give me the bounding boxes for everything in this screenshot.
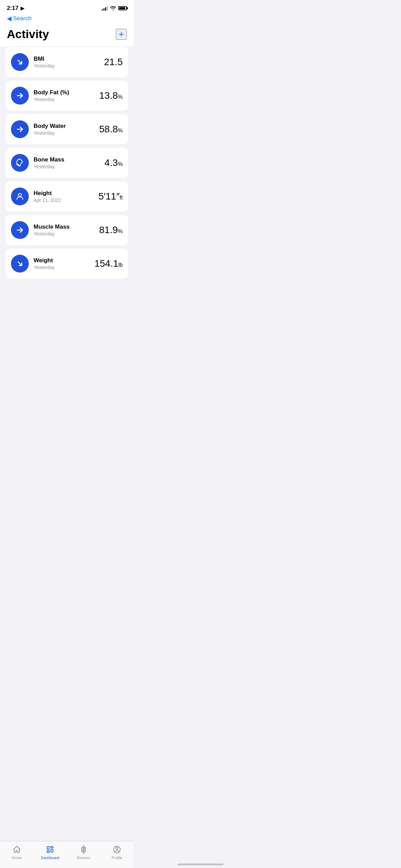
status-bar: 2:17 ▶ [0,0,134,14]
item-label: Height [34,190,98,197]
page-header: Activity + [0,25,134,46]
item-unit: lb [119,262,123,268]
content-area: BMI Yesterday 21.5 Body Fat (%) Yesterda… [0,47,134,316]
item-value: 81.9% [99,225,123,236]
item-unit: % [118,128,123,133]
item-info-body-fat: Body Fat (%) Yesterday [34,89,99,102]
item-label: Weight [34,257,94,264]
list-item[interactable]: Bone Mass Yesterday 4.3% [5,148,128,178]
svg-line-6 [18,262,22,266]
item-value: 154.1lb [94,258,123,269]
item-unit: % [118,94,123,100]
location-icon: ▶ [21,5,24,11]
item-card-body-fat[interactable]: Body Fat (%) Yesterday 13.8% [5,81,128,111]
item-value: 58.8% [99,124,123,135]
svg-point-4 [19,193,22,196]
status-indicators [102,5,127,11]
item-info-body-water: Body Water Yesterday [34,123,99,136]
item-label: BMI [34,56,104,62]
item-info-weight: Weight Yesterday [34,257,94,270]
svg-line-0 [18,60,22,64]
back-navigation: ◀ Search [0,14,134,25]
item-icon-weight [11,255,29,273]
item-card-height[interactable]: Height Apr 11, 2022 5′11″ft [5,181,128,212]
status-time-area: 2:17 ▶ [7,5,24,12]
list-item[interactable]: Weight Yesterday 154.1lb [5,249,128,279]
item-card-bmi[interactable]: BMI Yesterday 21.5 [5,47,128,77]
page-title: Activity [7,27,49,41]
list-item[interactable]: Body Fat (%) Yesterday 13.8% [5,81,128,111]
item-sublabel: Yesterday [34,63,104,69]
item-value: 13.8% [99,90,123,101]
list-item[interactable]: Body Water Yesterday 58.8% [5,114,128,144]
item-value: 5′11″ft [98,191,123,202]
item-card-bone-mass[interactable]: Bone Mass Yesterday 4.3% [5,148,128,178]
item-sublabel: Yesterday [34,231,99,237]
back-button[interactable]: ◀ Search [7,15,127,22]
item-unit: % [118,228,123,234]
item-card-body-water[interactable]: Body Water Yesterday 58.8% [5,114,128,144]
battery-icon [118,6,127,10]
list-item[interactable]: BMI Yesterday 21.5 [5,47,128,77]
item-card-muscle-mass[interactable]: Muscle Mass Yesterday 81.9% [5,215,128,245]
item-icon-bmi [11,53,29,71]
item-label: Bone Mass [34,156,105,163]
item-value: 21.5 [104,57,123,68]
item-label: Body Fat (%) [34,89,99,96]
item-sublabel: Apr 11, 2022 [34,197,98,203]
item-value: 4.3% [105,157,123,168]
item-icon-body-water [11,120,29,138]
time-display: 2:17 [7,5,19,12]
item-sublabel: Yesterday [34,97,99,102]
item-info-muscle-mass: Muscle Mass Yesterday [34,224,99,237]
back-label: Search [13,15,32,22]
items-list: BMI Yesterday 21.5 Body Fat (%) Yesterda… [5,47,128,279]
signal-icon [102,6,108,11]
item-sublabel: Yesterday [34,265,94,270]
item-icon-body-fat [11,87,29,105]
item-info-height: Height Apr 11, 2022 [34,190,98,203]
item-info-bmi: BMI Yesterday [34,56,104,69]
item-label: Body Water [34,123,99,130]
list-item[interactable]: Height Apr 11, 2022 5′11″ft [5,181,128,212]
item-icon-bone-mass [11,154,29,172]
item-card-weight[interactable]: Weight Yesterday 154.1lb [5,249,128,279]
item-label: Muscle Mass [34,224,99,230]
wifi-icon [110,5,116,11]
item-sublabel: Yesterday [34,164,105,169]
back-chevron-icon: ◀ [7,15,12,22]
item-info-bone-mass: Bone Mass Yesterday [34,156,105,169]
list-item[interactable]: Muscle Mass Yesterday 81.9% [5,215,128,245]
item-unit: ft [120,195,123,201]
item-icon-muscle-mass [11,221,29,239]
item-icon-height [11,188,29,205]
item-sublabel: Yesterday [34,130,99,136]
item-unit: % [118,161,123,167]
add-button[interactable]: + [116,29,127,40]
